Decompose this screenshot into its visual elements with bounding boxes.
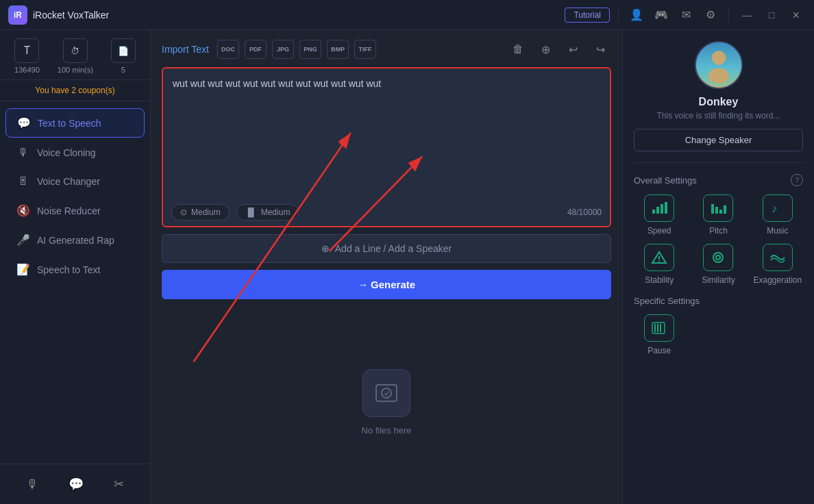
svg-point-7 xyxy=(708,68,728,84)
voice-cloning-label: Voice Cloning xyxy=(37,147,96,158)
pitch-setting-label: Pitch xyxy=(709,226,728,236)
voice-changer-label: Voice Changer xyxy=(37,176,100,187)
pause-icon-box xyxy=(644,314,674,342)
file-type-pdf[interactable]: PDF xyxy=(245,40,267,59)
sidebar-bottom: 🎙 💬 ✂ xyxy=(0,464,150,504)
content-area: Import Text DOC PDF JPG PNG BMP TIFF 🗑 ⊕… xyxy=(151,30,622,504)
speaker-card: Donkey This voice is still finding its w… xyxy=(634,41,803,163)
tts-icon: 💬 xyxy=(17,116,31,129)
svg-rect-15 xyxy=(724,205,726,214)
count-value: 5 xyxy=(121,66,125,74)
noise-reducer-label: Noise Reducer xyxy=(37,205,101,216)
speed-setting-label: Speed xyxy=(648,226,671,236)
setting-music[interactable]: ♪ Music xyxy=(752,194,803,236)
add-toolbar-button[interactable]: ⊕ xyxy=(534,40,556,59)
similarity-setting-label: Similarity xyxy=(702,275,735,285)
tutorial-button[interactable]: Tutorial xyxy=(565,8,610,23)
setting-exaggeration[interactable]: Exaggeration xyxy=(752,244,803,285)
user-icon[interactable]: 👤 xyxy=(627,5,646,25)
import-text-link[interactable]: Import Text xyxy=(162,44,209,55)
stt-icon: 📝 xyxy=(16,263,30,276)
file-type-bmp[interactable]: BMP xyxy=(327,40,349,59)
import-toolbar: Import Text DOC PDF JPG PNG BMP TIFF 🗑 ⊕… xyxy=(162,40,611,59)
svg-text:♪: ♪ xyxy=(772,203,777,214)
maximize-button[interactable]: □ xyxy=(762,5,781,25)
file-type-png[interactable]: PNG xyxy=(299,40,321,59)
text-editor-container: wut wut wut wut wut wut wut wut wut wut … xyxy=(162,67,611,227)
sidebar: T 136490 ⏱ 100 min(s) 📄 5 You have 2 cou… xyxy=(0,30,151,504)
titlebar-right: Tutorial 👤 🎮 ✉ ⚙ — □ ✕ xyxy=(565,5,806,25)
stat-minutes: ⏱ 100 min(s) xyxy=(58,38,93,74)
redo-toolbar-button[interactable]: ↪ xyxy=(589,40,611,59)
stability-setting-label: Stability xyxy=(645,275,674,285)
setting-pitch[interactable]: Pitch xyxy=(693,194,743,236)
undo-toolbar-button[interactable]: ↩ xyxy=(562,40,584,59)
pitch-label: Medium xyxy=(261,207,291,217)
main-layout: T 136490 ⏱ 100 min(s) 📄 5 You have 2 cou… xyxy=(0,30,814,504)
overall-settings-title: Overall Settings ? xyxy=(634,174,803,186)
svg-rect-13 xyxy=(715,207,718,214)
overall-settings-grid: Speed Pitch ♪ xyxy=(634,194,803,285)
file-type-tiff[interactable]: TIFF xyxy=(354,40,376,59)
speed-medium-button[interactable]: ⊙ Medium xyxy=(171,204,230,220)
file-type-doc[interactable]: DOC xyxy=(217,40,239,59)
text-editor[interactable]: wut wut wut wut wut wut wut wut wut wut … xyxy=(163,68,610,198)
char-count: 48/10000 xyxy=(567,207,602,217)
specific-settings-title: Specific Settings xyxy=(634,296,803,306)
setting-pause[interactable]: Pause xyxy=(634,314,684,355)
setting-speed[interactable]: Speed xyxy=(634,194,684,236)
pitch-icon: ▐▌ xyxy=(245,207,257,217)
sidebar-item-voice-cloning[interactable]: 🎙 Voice Cloning xyxy=(5,139,145,166)
svg-rect-10 xyxy=(661,204,663,214)
pitch-icon-box xyxy=(703,194,733,222)
change-speaker-button[interactable]: Change Speaker xyxy=(634,129,803,151)
setting-stability[interactable]: Stability xyxy=(634,244,684,285)
svg-rect-14 xyxy=(719,210,722,214)
svg-point-6 xyxy=(711,51,726,65)
sidebar-item-tts[interactable]: 💬 Text to Speech xyxy=(5,108,145,138)
svg-rect-12 xyxy=(711,204,714,214)
close-button[interactable]: ✕ xyxy=(787,5,806,25)
controller-icon[interactable]: 🎮 xyxy=(652,5,671,25)
settings-icon[interactable]: ⚙ xyxy=(701,5,720,25)
overall-settings-help-icon[interactable]: ? xyxy=(791,174,803,186)
titlebar-sep2 xyxy=(728,8,729,22)
mail-icon[interactable]: ✉ xyxy=(676,5,695,25)
add-line-plus-icon: ⊕ xyxy=(321,243,330,254)
mic-bottom-icon[interactable]: 🎙 xyxy=(22,473,42,496)
sidebar-item-speech-to-text[interactable]: 📝 Speech to Text xyxy=(5,255,145,284)
svg-rect-11 xyxy=(665,202,667,214)
speed-icon-box xyxy=(644,194,674,222)
pitch-medium-button[interactable]: ▐▌ Medium xyxy=(236,204,299,220)
setting-similarity[interactable]: Similarity xyxy=(693,244,743,285)
empty-state-text: No files here xyxy=(362,425,412,436)
sidebar-item-voice-changer[interactable]: 🎚 Voice Changer xyxy=(5,168,145,195)
speaker-name: Donkey xyxy=(699,96,739,108)
editor-footer: ⊙ Medium ▐▌ Medium 48/10000 xyxy=(163,198,610,226)
music-setting-label: Music xyxy=(767,226,788,236)
scissors-bottom-icon[interactable]: ✂ xyxy=(110,473,128,496)
voice-cloning-icon: 🎙 xyxy=(16,147,30,159)
sidebar-nav: 💬 Text to Speech 🎙 Voice Cloning 🎚 Voice… xyxy=(0,101,150,464)
speaker-desc: This voice is still finding its word... xyxy=(656,111,780,121)
voice-changer-icon: 🎚 xyxy=(16,175,30,188)
delete-toolbar-button[interactable]: 🗑 xyxy=(507,40,529,59)
pause-setting-label: Pause xyxy=(648,346,671,355)
file-type-jpg[interactable]: JPG xyxy=(272,40,294,59)
empty-state-icon xyxy=(362,369,410,417)
sidebar-item-ai-rap[interactable]: 🎤 AI Generated Rap xyxy=(5,226,145,254)
sidebar-item-noise-reducer[interactable]: 🔇 Noise Reducer xyxy=(5,197,145,225)
specific-settings-grid: Pause xyxy=(634,314,803,355)
right-panel: Donkey This voice is still finding its w… xyxy=(622,30,814,504)
stat-count: 📄 5 xyxy=(111,38,136,74)
generate-button[interactable]: → Generate xyxy=(162,270,611,299)
exaggeration-setting-label: Exaggeration xyxy=(753,275,802,285)
characters-value: 136490 xyxy=(14,66,40,74)
minimize-button[interactable]: — xyxy=(737,5,756,25)
chat-bottom-icon[interactable]: 💬 xyxy=(64,473,88,496)
add-line-button[interactable]: ⊕ Add a Line / Add a Speaker xyxy=(162,234,611,263)
titlebar-sep xyxy=(618,8,619,22)
minutes-value: 100 min(s) xyxy=(58,66,93,74)
speaker-avatar xyxy=(695,41,743,89)
count-icon: 📄 xyxy=(111,38,136,63)
